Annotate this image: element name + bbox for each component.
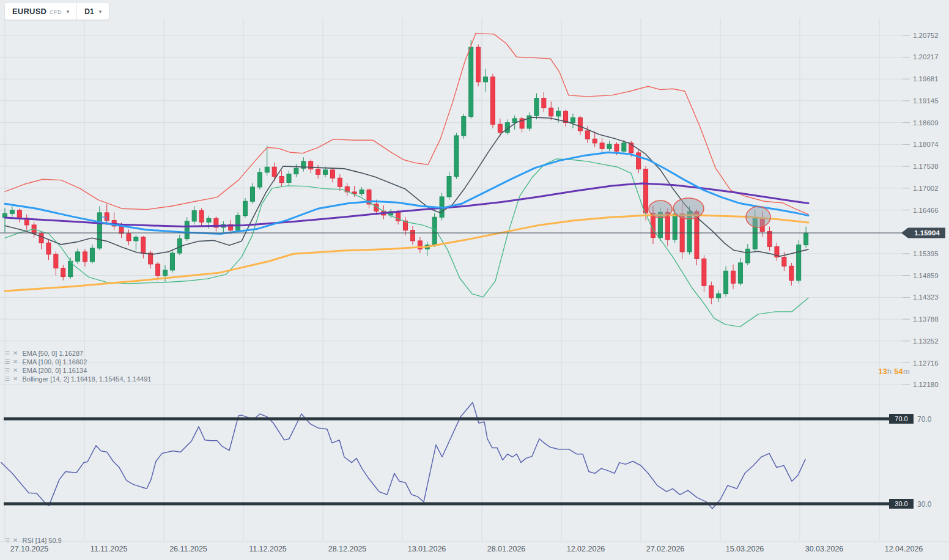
candle-down <box>61 268 65 277</box>
candle-up <box>207 218 211 222</box>
candle-up <box>323 170 328 174</box>
candle-up <box>607 144 611 149</box>
chevron-down-icon: ▾ <box>99 9 102 15</box>
candle-up <box>90 248 94 262</box>
price-axis-label: 1.13252 <box>913 337 939 345</box>
indicator-remove-icon[interactable]: ✕ <box>13 536 18 545</box>
candle-down <box>600 143 604 149</box>
price-axis-label: 1.17002 <box>913 185 939 192</box>
candle-down <box>105 213 109 221</box>
candle-up <box>738 263 742 283</box>
indicator-label: RSI [14] 50.9 <box>22 537 61 544</box>
candle-up <box>797 245 801 281</box>
highlight-ellipse[interactable] <box>746 207 770 227</box>
candle-up <box>717 294 721 298</box>
price-axis-label: 1.14859 <box>913 272 939 279</box>
candle-down <box>316 169 320 175</box>
indicator-label: EMA [50, 0] 1.16287 <box>22 350 83 357</box>
candle-down <box>83 252 87 262</box>
chart-canvas[interactable]: 1.207521.202171.196811.191451.186091.180… <box>0 0 949 560</box>
candle-up <box>10 210 14 213</box>
candle-down <box>309 161 313 169</box>
candle-down <box>156 264 160 276</box>
date-axis-label: 12.04.2026 <box>885 545 923 553</box>
candle-down <box>279 177 284 183</box>
candle-down <box>127 234 131 241</box>
price-axis-label: 1.19145 <box>913 97 939 105</box>
indicator-label: EMA [200, 0] 1.16134 <box>22 367 87 374</box>
candle-down <box>352 192 356 194</box>
candle-up <box>534 98 539 116</box>
date-axis-label: 13.01.2026 <box>408 545 446 553</box>
candle-up <box>724 271 728 293</box>
candle-up <box>265 167 269 172</box>
candle-down <box>767 232 772 247</box>
date-axis-label: 26.11.2025 <box>169 545 207 553</box>
candle-up <box>170 253 174 270</box>
timeframe-selector[interactable]: D1 ▾ <box>76 3 109 20</box>
candle-countdown-timer: 13h 54m <box>839 367 910 376</box>
countdown-hours: 13 <box>879 367 887 376</box>
date-axis-label: 30.03.2026 <box>805 545 844 553</box>
countdown-hours-unit: h <box>887 367 892 376</box>
countdown-minutes: 54 <box>894 367 903 376</box>
indicator-settings-icon[interactable]: ☰ <box>5 349 10 358</box>
candle-up <box>804 233 808 245</box>
candle-up <box>134 237 138 241</box>
indicator-legend-rsi: ☰✕ RSI [14] 50.9 <box>5 536 62 545</box>
rsi-level-badge-value: 70.0 <box>895 415 907 422</box>
candle-down <box>498 124 502 132</box>
candle-down <box>199 211 204 223</box>
indicator-settings-icon[interactable]: ☰ <box>5 375 10 383</box>
candle-down <box>637 153 641 169</box>
price-axis-label: 1.20752 <box>913 32 939 39</box>
candle-up <box>484 77 488 82</box>
indicator-settings-icon[interactable]: ☰ <box>5 358 10 366</box>
indicator-remove-icon[interactable]: ✕ <box>13 375 18 383</box>
price-axis-label: 1.12180 <box>913 381 939 388</box>
highlight-ellipse[interactable] <box>649 201 672 218</box>
rsi-axis-label: 70.0 <box>917 415 932 424</box>
candle-up <box>76 252 80 261</box>
candle-down <box>54 254 58 268</box>
date-axis-label: 27.10.2025 <box>10 545 49 553</box>
indicator-remove-icon[interactable]: ✕ <box>13 358 18 366</box>
highlight-ellipse[interactable] <box>673 198 704 219</box>
current-price-value: 1.15904 <box>914 229 940 237</box>
indicator-legend-ema50: ☰✕ EMA [50, 0] 1.16287 <box>5 349 83 358</box>
candle-down <box>709 286 714 298</box>
chevron-down-icon: ▾ <box>67 9 70 15</box>
indicator-settings-icon[interactable]: ☰ <box>5 536 10 545</box>
candle-down <box>731 271 736 283</box>
price-axis-label: 1.16466 <box>913 207 939 214</box>
candle-down <box>615 144 619 151</box>
candle-down <box>17 210 21 218</box>
candle-down <box>272 167 276 176</box>
candle-up <box>163 270 168 276</box>
candle-up <box>257 172 262 187</box>
candle-up <box>236 216 240 230</box>
price-axis-label: 1.17538 <box>913 163 939 170</box>
indicator-label: Bollinger [14, 2] 1.16418, 1.15454, 1.14… <box>22 375 151 383</box>
candle-up <box>447 177 451 197</box>
candle-down <box>644 169 648 213</box>
date-axis-label: 15.03.2026 <box>726 545 764 553</box>
candle-down <box>542 98 546 108</box>
candle-up <box>192 211 196 221</box>
candle-up <box>469 47 473 116</box>
indicator-remove-icon[interactable]: ✕ <box>13 349 18 358</box>
date-axis-label: 28.01.2026 <box>487 545 526 553</box>
price-axis-label: 1.18609 <box>913 119 939 127</box>
candle-down <box>549 108 553 116</box>
chart-toolbar: EURUSD CFD ▾ D1 ▾ <box>5 3 109 20</box>
rsi-axis-label: 30.0 <box>917 500 932 509</box>
symbol-label: EURUSD <box>12 7 46 16</box>
rsi-level-badge-value: 30.0 <box>895 500 907 507</box>
candle-up <box>462 117 466 136</box>
symbol-selector[interactable]: EURUSD CFD ▾ <box>5 3 76 20</box>
indicator-remove-icon[interactable]: ✕ <box>13 366 18 375</box>
price-axis-label: 1.12716 <box>913 359 939 367</box>
date-axis-label: 28.12.2025 <box>328 545 367 553</box>
candle-up <box>294 168 298 174</box>
indicator-settings-icon[interactable]: ☰ <box>5 366 10 375</box>
